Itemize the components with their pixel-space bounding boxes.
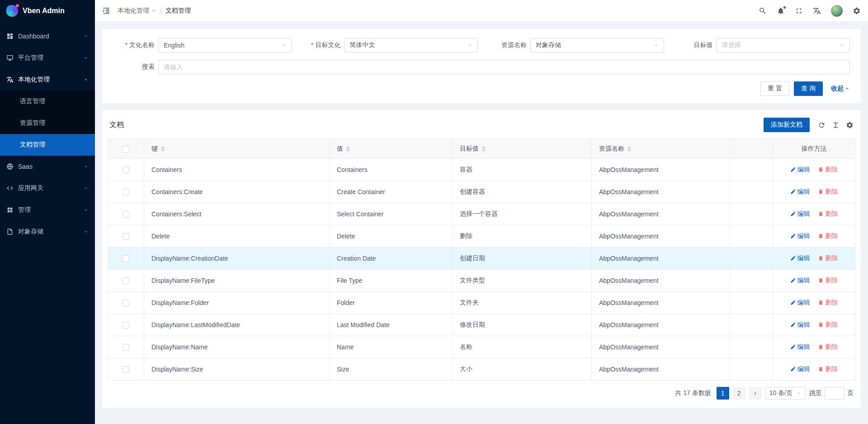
edit-button[interactable]: 编辑 — [790, 299, 810, 307]
edit-button[interactable]: 编辑 — [790, 210, 810, 218]
column-header-value: 值 — [337, 145, 343, 153]
target-value-select[interactable]: 请选择 — [717, 38, 850, 52]
table-row: DisplayName:LastModifiedDate Last Modifi… — [108, 314, 855, 336]
cell-actions: 编辑 删除 — [773, 336, 855, 358]
cell-actions: 编辑 删除 — [773, 225, 855, 248]
cell-key: DisplayName:Folder — [144, 292, 330, 314]
row-checkbox[interactable] — [123, 211, 129, 218]
chevron-down-icon — [467, 43, 472, 48]
edit-button[interactable]: 编辑 — [790, 254, 810, 262]
chevron-down-icon — [83, 207, 89, 213]
sort-icons[interactable] — [627, 146, 631, 152]
sort-icons[interactable] — [346, 146, 350, 152]
row-checkbox[interactable] — [123, 322, 129, 329]
sort-icons[interactable] — [161, 146, 165, 152]
cell-target: 选择一个容器 — [453, 203, 592, 225]
sort-icons[interactable] — [482, 146, 486, 152]
cell-value: Select Container — [330, 203, 453, 225]
chevron-up-icon — [844, 86, 850, 91]
add-document-button[interactable]: 添加新文档 — [764, 118, 810, 132]
resource-select[interactable]: 对象存储 — [530, 38, 664, 52]
sidebar-item-management[interactable]: 管理 — [0, 199, 95, 221]
breadcrumb-item-localization[interactable]: 本地化管理 — [118, 7, 156, 15]
column-settings-icon[interactable] — [846, 121, 854, 129]
fullscreen-icon[interactable] — [795, 7, 803, 15]
delete-button[interactable]: 删除 — [818, 210, 838, 218]
edit-button[interactable]: 编辑 — [790, 321, 810, 329]
next-page-button[interactable] — [749, 387, 762, 400]
row-height-icon[interactable] — [832, 121, 840, 129]
edit-button[interactable]: 编辑 — [790, 343, 810, 351]
translate-icon[interactable] — [813, 7, 821, 15]
delete-button[interactable]: 删除 — [818, 365, 838, 373]
delete-button[interactable]: 删除 — [818, 321, 838, 329]
select-all-checkbox[interactable] — [123, 146, 129, 152]
row-checkbox[interactable] — [123, 255, 129, 262]
breadcrumb-separator: / — [160, 7, 162, 14]
cell-value: Creation Date — [330, 248, 453, 270]
page-button-1[interactable]: 1 — [717, 387, 729, 400]
sidebar-fold-icon[interactable] — [102, 7, 110, 15]
sidebar-item-object-storage[interactable]: 对象存储 — [0, 221, 95, 243]
page-size-select[interactable]: 10 条/页 — [765, 387, 806, 400]
edit-button[interactable]: 编辑 — [790, 276, 810, 285]
table-row: DisplayName:Name Name 名称 AbpOssManagemen… — [108, 336, 855, 358]
delete-button[interactable]: 删除 — [818, 343, 838, 351]
documents-table-card: 文档 添加新文档 — [102, 110, 861, 408]
reset-button[interactable]: 重 置 — [760, 81, 789, 96]
row-checkbox[interactable] — [123, 189, 129, 195]
header: 本地化管理 / 文档管理 — [95, 0, 868, 22]
row-checkbox[interactable] — [123, 366, 129, 373]
search-icon[interactable] — [759, 7, 767, 15]
cell-target: 大小 — [453, 358, 592, 381]
saas-icon — [6, 163, 14, 170]
row-checkbox[interactable] — [123, 300, 129, 306]
target-culture-select[interactable]: 简体中文 — [344, 38, 478, 52]
page-suffix: 页 — [847, 389, 854, 397]
cell-key: Containers:Create — [144, 181, 330, 203]
target-value-label: 目标值 — [671, 41, 717, 49]
cell-actions: 编辑 删除 — [773, 270, 855, 292]
sidebar: Vben Admin Dashboard 平台管理 本地化管理 语言管理 — [0, 0, 95, 424]
sidebar-item-document-management[interactable]: 文档管理 — [0, 134, 95, 156]
jump-page-input[interactable] — [825, 387, 844, 400]
bell-icon[interactable] — [777, 7, 785, 15]
sidebar-item-localization[interactable]: 本地化管理 — [0, 69, 95, 91]
sidebar-item-saas[interactable]: Saas — [0, 156, 95, 177]
column-header-actions: 操作方法 — [773, 139, 855, 159]
cell-empty — [730, 358, 773, 381]
edit-button[interactable]: 编辑 — [790, 232, 810, 240]
chevron-down-icon — [83, 229, 89, 234]
edit-button[interactable]: 编辑 — [790, 365, 810, 373]
page-button-2[interactable]: 2 — [733, 387, 745, 400]
edit-button[interactable]: 编辑 — [790, 166, 810, 174]
delete-button[interactable]: 删除 — [818, 299, 838, 307]
sidebar-item-gateway[interactable]: 应用网关 — [0, 177, 95, 199]
delete-button[interactable]: 删除 — [818, 166, 838, 174]
chevron-down-icon — [83, 164, 89, 169]
sidebar-item-resource-management[interactable]: 资源管理 — [0, 112, 95, 134]
settings-gear-icon[interactable] — [853, 7, 861, 15]
chevron-down-icon — [839, 43, 844, 48]
dashboard-icon — [6, 33, 14, 40]
sidebar-item-platform[interactable]: 平台管理 — [0, 47, 95, 69]
search-input[interactable] — [158, 60, 850, 74]
collapse-link[interactable]: 收起 — [831, 85, 850, 93]
refresh-icon[interactable] — [818, 121, 826, 129]
delete-button[interactable]: 删除 — [818, 254, 838, 262]
row-checkbox[interactable] — [123, 344, 129, 351]
row-checkbox[interactable] — [123, 167, 129, 173]
row-checkbox[interactable] — [123, 233, 129, 240]
breadcrumb-item-documents: 文档管理 — [165, 7, 191, 15]
culture-select[interactable]: English — [158, 38, 292, 52]
row-checkbox[interactable] — [123, 277, 129, 284]
sidebar-item-dashboard[interactable]: Dashboard — [0, 25, 95, 47]
avatar[interactable] — [831, 5, 843, 17]
logo[interactable]: Vben Admin — [0, 0, 95, 22]
delete-button[interactable]: 删除 — [818, 232, 838, 240]
edit-button[interactable]: 编辑 — [790, 188, 810, 196]
sidebar-item-language-management[interactable]: 语言管理 — [0, 91, 95, 112]
query-button[interactable]: 查 询 — [794, 81, 823, 96]
delete-button[interactable]: 删除 — [818, 188, 838, 196]
delete-button[interactable]: 删除 — [818, 276, 838, 285]
